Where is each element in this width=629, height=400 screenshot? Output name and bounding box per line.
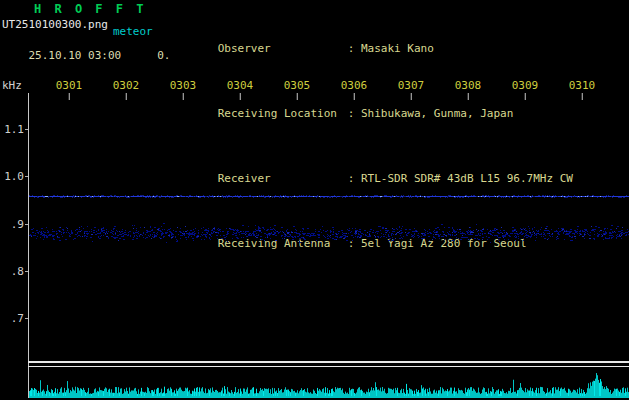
spectrogram-canvas [29, 97, 629, 361]
time-tick-label: 0301 [56, 80, 83, 92]
echo-count-text: 0. [157, 49, 170, 62]
time-tick-label: 0309 [512, 80, 539, 92]
freq-tick-label: .9 [0, 219, 24, 231]
noise-canvas [29, 369, 629, 398]
time-tick-label: 0305 [284, 80, 311, 92]
time-tick-label: 0304 [227, 80, 254, 92]
mode-label: meteor [113, 26, 153, 38]
freq-tick-label: 1.1 [0, 124, 24, 136]
info-value: : Masaki Kano [348, 42, 434, 55]
info-row: Observer: Masaki Kano [178, 29, 573, 68]
hrofft-output-image: H R O F F T UT2510100300.png meteor 25.1… [0, 0, 629, 400]
time-tick-label: 0308 [455, 80, 482, 92]
info-label: Observer [218, 42, 348, 55]
separator-line-bottom [28, 366, 629, 367]
datetime-text: 25.10.10 03:00 [29, 49, 122, 62]
freq-tick-label: 1.0 [0, 171, 24, 183]
freq-tick-label: .8 [0, 266, 24, 278]
separator-line-top [28, 361, 629, 363]
time-tick-label: 0306 [341, 80, 368, 92]
freq-tick-label: .7 [0, 313, 24, 325]
time-tick-label: 0302 [113, 80, 140, 92]
freq-axis: 1.1 1.0 .9 .8 .7 [0, 0, 28, 400]
time-tick-label: 0307 [398, 80, 425, 92]
time-tick-label: 0303 [170, 80, 197, 92]
time-tick-label: 0310 [569, 80, 596, 92]
app-title: H R O F F T [34, 3, 146, 15]
